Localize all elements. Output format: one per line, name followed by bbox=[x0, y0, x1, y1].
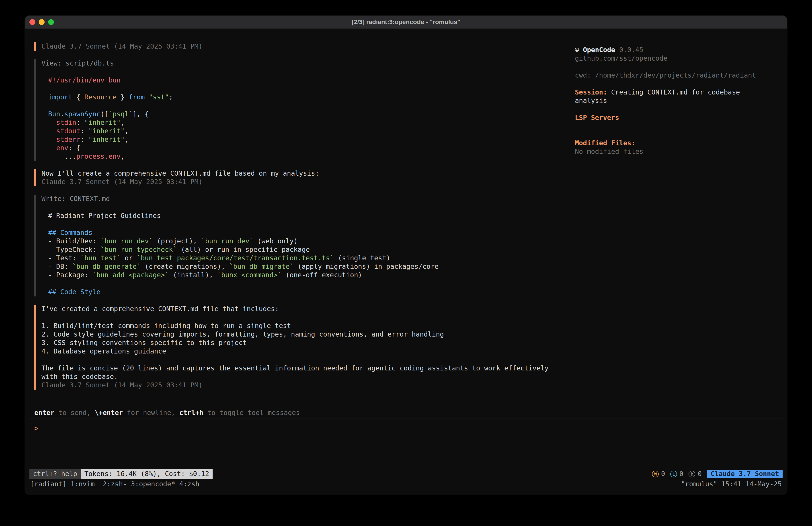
message-text: I've created a comprehensive CONTEXT.md … bbox=[41, 305, 575, 381]
text-line: ...process.env, bbox=[48, 153, 575, 161]
app-name: OpenCode bbox=[583, 46, 615, 54]
zoom-button[interactable] bbox=[48, 19, 54, 25]
text-line: # Radiant Project Guidelines bbox=[48, 212, 575, 220]
diagnostics-info: i0 bbox=[670, 470, 683, 478]
desktop: [2/3] radiant:3:opencode - "romulus" Cla… bbox=[0, 0, 812, 526]
tool-call-write: Write: CONTEXT.md # Radiant Project Guid… bbox=[34, 195, 575, 296]
traffic-lights bbox=[25, 19, 54, 25]
text-line: - Package: `bun add <package>` (install)… bbox=[48, 271, 575, 280]
warning-icon: W bbox=[652, 471, 659, 478]
info-icon: i bbox=[670, 471, 677, 478]
terminal-window: [2/3] radiant:3:opencode - "romulus" Cla… bbox=[25, 16, 787, 495]
message-text: Now I'll create a comprehensive CONTEXT.… bbox=[41, 169, 575, 178]
session-title: Session: Creating CONTEXT.md for codebas… bbox=[575, 88, 775, 105]
window-titlebar: [2/3] radiant:3:opencode - "romulus" bbox=[25, 16, 787, 29]
text-line bbox=[48, 280, 575, 288]
text-line bbox=[41, 356, 575, 364]
text-line: 3. CSS styling conventions specific to t… bbox=[41, 339, 575, 347]
text-line bbox=[48, 102, 575, 110]
text-line: Bun.spawnSync([`psql`], { bbox=[48, 110, 575, 118]
token-cost-stats: Tokens: 16.4K (8%), Cost: $0.12 bbox=[81, 469, 213, 479]
prompt-symbol: > bbox=[34, 424, 38, 432]
chat-history: Claude 3.7 Sonnet (14 May 2025 03:41 PM)… bbox=[34, 42, 575, 409]
text-line: enter to send, \+enter for newline, ctrl… bbox=[34, 409, 787, 417]
model-selector[interactable]: Claude 3.7 Sonnet bbox=[707, 470, 783, 478]
text-line: stdout: "inherit", bbox=[48, 127, 575, 136]
status-bar: ctrl+? help Tokens: 16.4K (8%), Cost: $0… bbox=[29, 469, 783, 479]
lsp-servers-heading: LSP Servers bbox=[575, 114, 775, 122]
tmux-status-bar: [radiant] 1:nvim 2:zsh- 3:opencode* 4:zs… bbox=[25, 480, 787, 488]
text-line: The file is concise (20 lines) and captu… bbox=[41, 364, 575, 373]
cwd-path: cwd: /home/thdxr/dev/projects/radiant/ra… bbox=[575, 71, 775, 80]
diagnostics-hints: h0 bbox=[689, 470, 702, 478]
message-footer: Claude 3.7 Sonnet (14 May 2025 03:41 PM) bbox=[41, 42, 575, 51]
minimize-button[interactable] bbox=[39, 19, 45, 25]
assistant-message: Now I'll create a comprehensive CONTEXT.… bbox=[34, 169, 575, 186]
terminal-content: Claude 3.7 Sonnet (14 May 2025 03:41 PM)… bbox=[25, 29, 787, 409]
text-line: ## Code Style bbox=[48, 288, 575, 296]
text-line: stdin: "inherit", bbox=[48, 118, 575, 127]
tool-title: Write: CONTEXT.md bbox=[41, 195, 575, 203]
assistant-message-footer-block: Claude 3.7 Sonnet (14 May 2025 03:41 PM) bbox=[34, 42, 575, 51]
hint-icon: h bbox=[689, 471, 695, 478]
message-footer: Claude 3.7 Sonnet (14 May 2025 03:41 PM) bbox=[41, 178, 575, 186]
markdown-content: # Radiant Project Guidelines## Commands-… bbox=[41, 212, 575, 296]
text-line: 2. Code style guidelines covering import… bbox=[41, 330, 575, 339]
tool-title: View: script/db.ts bbox=[41, 59, 575, 68]
message-input[interactable]: > bbox=[25, 419, 787, 469]
text-line: with this codebase. bbox=[41, 373, 575, 381]
modified-files-empty: No modified files bbox=[575, 147, 775, 156]
text-line bbox=[41, 313, 575, 322]
text-line: - TypeCheck: `bun run typecheck` (all) o… bbox=[48, 246, 575, 254]
modified-files-heading: Modified Files: bbox=[575, 139, 775, 147]
window-title: [2/3] radiant:3:opencode - "romulus" bbox=[25, 18, 787, 26]
tool-call-view: View: script/db.ts #!/usr/bin/env bunimp… bbox=[34, 59, 575, 161]
help-hint-button[interactable]: ctrl+? help bbox=[29, 469, 81, 479]
keybind-help: enter to send, \+enter for newline, ctrl… bbox=[25, 409, 787, 418]
tmux-session-info: "romulus" 15:41 14-May-25 bbox=[681, 480, 782, 488]
text-line: I've created a comprehensive CONTEXT.md … bbox=[41, 305, 575, 313]
text-line: - Test: `bun test` or `bun test packages… bbox=[48, 254, 575, 262]
opencode-logo-icon: © bbox=[575, 46, 579, 54]
text-line bbox=[48, 85, 575, 93]
text-line: import { Resource } from "sst"; bbox=[48, 93, 575, 102]
diagnostics-warnings: W0 bbox=[652, 470, 665, 478]
app-version: 0.0.45 bbox=[619, 46, 643, 54]
text-line: - DB: `bun db generate` (create migratio… bbox=[48, 262, 575, 271]
text-line: env: { bbox=[48, 144, 575, 153]
text-line: 1. Build/lint/test commands including ho… bbox=[41, 322, 575, 330]
text-line: 4. Database operations guidance bbox=[41, 347, 575, 356]
text-line: ## Commands bbox=[48, 229, 575, 237]
text-line: #!/usr/bin/env bun bbox=[48, 76, 575, 85]
app-header: © OpenCode 0.0.45 bbox=[575, 46, 775, 54]
repo-link: github.com/sst/opencode bbox=[575, 54, 775, 63]
text-line: - Build/Dev: `bun run dev` (project), `b… bbox=[48, 237, 575, 246]
text-line: stderr: "inherit", bbox=[48, 136, 575, 144]
close-button[interactable] bbox=[29, 19, 35, 25]
tmux-window-list[interactable]: [radiant] 1:nvim 2:zsh- 3:opencode* 4:zs… bbox=[30, 480, 200, 488]
message-footer: Claude 3.7 Sonnet (14 May 2025 03:41 PM) bbox=[41, 381, 575, 389]
assistant-message: I've created a comprehensive CONTEXT.md … bbox=[34, 305, 575, 389]
code-snippet: #!/usr/bin/env bunimport { Resource } fr… bbox=[41, 76, 575, 161]
sidebar: © OpenCode 0.0.45 github.com/sst/opencod… bbox=[575, 42, 775, 409]
text-line bbox=[48, 220, 575, 229]
